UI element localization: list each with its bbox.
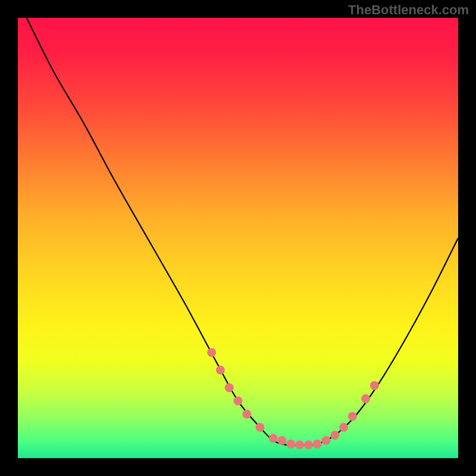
marker-dot <box>339 423 348 432</box>
marker-dot <box>370 381 379 390</box>
marker-dot <box>256 423 265 432</box>
marker-dot <box>313 440 322 449</box>
marker-dot <box>330 431 339 440</box>
marker-dot <box>348 412 357 421</box>
marker-dot <box>225 383 234 392</box>
marker-dot <box>216 366 225 375</box>
marker-dot <box>234 396 243 405</box>
marker-dot <box>278 436 287 445</box>
marker-dot <box>295 440 304 449</box>
marker-dot <box>361 394 370 403</box>
watermark-text: TheBottleneck.com <box>348 2 469 18</box>
marker-dot <box>242 410 251 419</box>
marker-dot <box>286 440 295 449</box>
markers-layer <box>18 18 458 458</box>
marker-dot <box>304 440 313 449</box>
highlight-dots <box>207 348 379 449</box>
marker-dot <box>269 434 278 443</box>
plot-area <box>18 18 458 458</box>
marker-dot <box>207 348 216 357</box>
marker-dot <box>322 436 331 445</box>
